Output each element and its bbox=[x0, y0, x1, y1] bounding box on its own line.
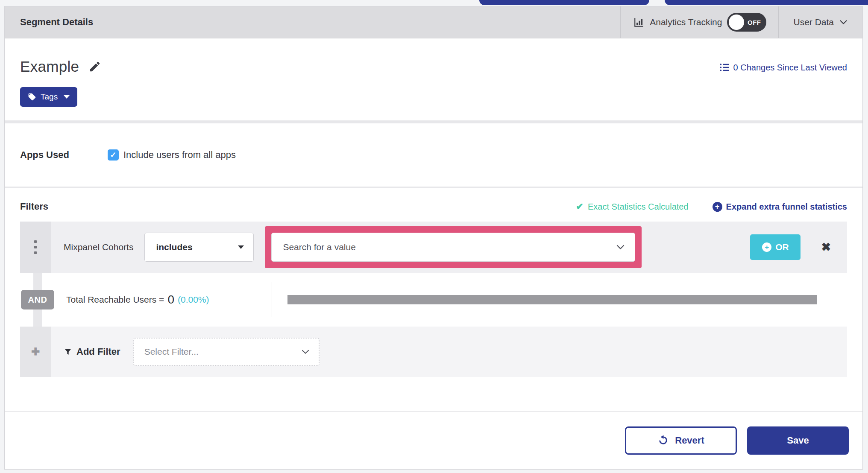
value-search-select[interactable]: Search for a value bbox=[271, 233, 635, 262]
operator-value: includes bbox=[156, 242, 192, 252]
apps-used-section: Apps Used ✓ Include users from all apps bbox=[5, 123, 862, 187]
footer-actions: Revert Save bbox=[5, 411, 862, 469]
caret-down-icon bbox=[64, 95, 70, 99]
reachable-users-label: Total Reachable Users = bbox=[66, 295, 164, 305]
tags-button[interactable]: Tags bbox=[20, 87, 77, 107]
or-button-label: OR bbox=[775, 242, 789, 252]
reachable-users-bar bbox=[287, 295, 817, 304]
analytics-tracking-toggle[interactable]: OFF bbox=[727, 13, 766, 32]
revert-button[interactable]: Revert bbox=[625, 426, 737, 455]
exact-statistics-status: ✔ Exact Statistics Calculated bbox=[576, 201, 688, 212]
filter-row: Mixpanel Cohorts includes Search for a v… bbox=[20, 222, 847, 273]
value-select-placeholder: Search for a value bbox=[283, 242, 355, 252]
expand-funnel-statistics-label: Expand extra funnel statistics bbox=[726, 202, 847, 212]
add-or-condition-button[interactable]: + OR bbox=[750, 234, 801, 260]
expand-funnel-statistics-link[interactable]: + Expand extra funnel statistics bbox=[713, 202, 847, 212]
apps-used-label: Apps Used bbox=[20, 149, 108, 161]
revert-icon bbox=[657, 435, 669, 446]
bar-chart-icon bbox=[633, 17, 645, 28]
revert-button-label: Revert bbox=[675, 435, 704, 446]
reachable-users-percent: (0.00%) bbox=[178, 295, 209, 305]
remove-filter-icon[interactable]: ✖ bbox=[821, 242, 831, 253]
check-icon: ✔ bbox=[576, 201, 584, 212]
tag-icon bbox=[28, 93, 36, 101]
drag-dot-icon bbox=[34, 240, 37, 243]
checkbox-check-icon: ✓ bbox=[110, 151, 116, 159]
operator-select[interactable]: includes bbox=[144, 233, 254, 262]
user-data-dropdown[interactable]: User Data bbox=[779, 6, 862, 38]
filter-field-label: Mixpanel Cohorts bbox=[64, 242, 133, 252]
user-data-label: User Data bbox=[793, 17, 834, 27]
include-all-apps-checkbox[interactable]: ✓ bbox=[108, 149, 119, 161]
changes-link-label: 0 Changes Since Last Viewed bbox=[733, 63, 847, 73]
reachable-users-value: 0 bbox=[167, 293, 174, 307]
toggle-knob bbox=[729, 15, 744, 30]
save-button[interactable]: Save bbox=[747, 426, 849, 455]
plus-icon: ✚ bbox=[31, 346, 40, 358]
tags-button-label: Tags bbox=[41, 92, 58, 102]
top-tab-button-left[interactable] bbox=[479, 0, 649, 5]
plus-circle-icon: + bbox=[762, 242, 771, 252]
select-filter-dropdown[interactable]: Select Filter... bbox=[133, 338, 320, 366]
chevron-down-icon bbox=[302, 350, 309, 354]
segment-name: Example bbox=[20, 58, 79, 75]
segment-name-section: Example 0 Changes Since Last Viewed Tags bbox=[5, 38, 862, 107]
edit-pencil-icon[interactable] bbox=[88, 60, 101, 73]
include-all-apps-label: Include users from all apps bbox=[123, 149, 236, 161]
section-divider bbox=[5, 120, 862, 123]
reachable-users-row: AND Total Reachable Users = 0 (0.00%) bbox=[20, 273, 847, 327]
exact-statistics-label: Exact Statistics Calculated bbox=[588, 202, 689, 212]
drag-dot-icon bbox=[34, 251, 37, 254]
page-title: Segment Details bbox=[5, 17, 93, 28]
chevron-down-icon bbox=[616, 245, 625, 250]
change-list-icon bbox=[719, 62, 730, 73]
plus-circle-icon: + bbox=[713, 202, 722, 212]
analytics-tracking-label: Analytics Tracking bbox=[650, 17, 722, 27]
drag-dot-icon bbox=[34, 246, 37, 248]
chevron-down-icon bbox=[840, 20, 847, 25]
add-filter-label: Add Filter bbox=[76, 346, 120, 357]
filters-title: Filters bbox=[20, 201, 48, 212]
funnel-icon bbox=[64, 347, 72, 356]
vertical-divider bbox=[272, 282, 272, 317]
toggle-state-label: OFF bbox=[748, 19, 761, 26]
segment-details-card: Segment Details Analytics Tracking OFF U… bbox=[4, 6, 863, 470]
segment-details-header: Segment Details Analytics Tracking OFF U… bbox=[5, 6, 862, 38]
analytics-tracking-control: Analytics Tracking OFF bbox=[621, 6, 778, 38]
changes-since-last-viewed-link[interactable]: 0 Changes Since Last Viewed bbox=[719, 62, 847, 73]
drag-handle[interactable] bbox=[20, 222, 51, 273]
add-filter-plus-strip[interactable]: ✚ bbox=[20, 327, 51, 377]
and-badge: AND bbox=[21, 290, 54, 309]
filters-section: Filters ✔ Exact Statistics Calculated + … bbox=[5, 188, 862, 377]
value-select-highlight: Search for a value bbox=[265, 226, 642, 268]
top-tab-button-right[interactable] bbox=[665, 0, 868, 5]
select-filter-placeholder: Select Filter... bbox=[144, 347, 199, 357]
add-filter-row: ✚ Add Filter Select Filter... bbox=[20, 327, 847, 377]
caret-down-icon bbox=[238, 245, 244, 249]
